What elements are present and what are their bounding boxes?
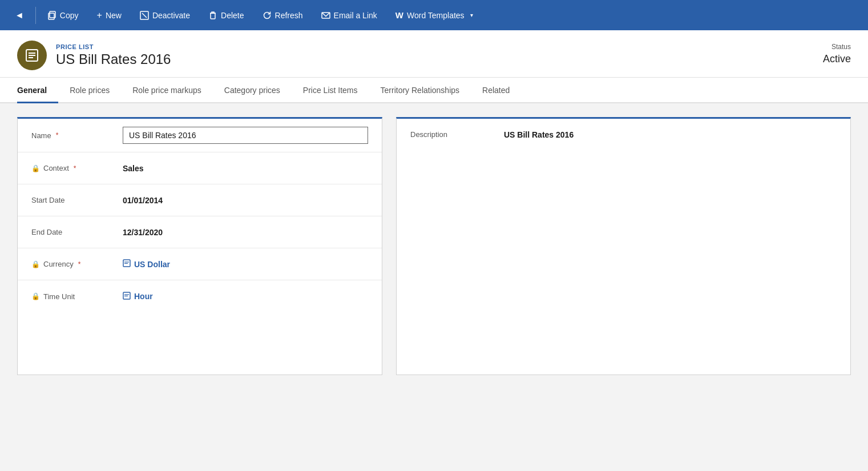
tab-price-list-items[interactable]: Price List Items [292, 78, 369, 103]
svg-rect-4 [211, 13, 215, 19]
toolbar-divider-1 [35, 7, 36, 24]
tab-role-prices[interactable]: Role prices [58, 78, 121, 103]
email-button[interactable]: Email a Link [312, 0, 386, 30]
start-date-row: Start Date 01/01/2014 [18, 184, 382, 216]
copy-label: Copy [60, 11, 79, 20]
entity-title: US Bill Rates 2016 [56, 51, 171, 67]
name-input[interactable] [123, 127, 368, 144]
tab-territory-relationships[interactable]: Territory Relationships [369, 78, 471, 103]
word-icon: W [395, 10, 403, 20]
name-row: Name * [18, 119, 382, 152]
delete-button[interactable]: Delete [199, 0, 253, 30]
header-right: Status Active [823, 41, 851, 65]
back-icon: ◄ [15, 10, 24, 21]
name-label: Name * [31, 131, 123, 140]
copy-button[interactable]: Copy [38, 0, 88, 30]
refresh-icon [263, 11, 272, 20]
tab-category-prices[interactable]: Category prices [213, 78, 292, 103]
new-button[interactable]: + New [88, 0, 131, 30]
context-row: 🔒 Context * Sales [18, 152, 382, 184]
header-left: PRICE LIST US Bill Rates 2016 [17, 41, 171, 70]
entity-icon [17, 41, 47, 70]
refresh-label: Refresh [275, 11, 303, 20]
new-label: New [106, 11, 122, 20]
new-icon: + [97, 10, 102, 21]
back-button[interactable]: ◄ [6, 0, 33, 30]
time-unit-lock-icon: 🔒 [31, 292, 40, 300]
currency-ref-icon [123, 259, 131, 269]
description-value: US Bill Rates 2016 [504, 130, 574, 139]
time-unit-row: 🔒 Time Unit Hour [18, 280, 382, 312]
word-dropdown-icon: ▾ [470, 12, 473, 18]
status-label: Status [823, 43, 851, 51]
description-label: Description [410, 130, 490, 139]
context-required: * [74, 164, 76, 172]
entity-info: PRICE LIST US Bill Rates 2016 [56, 43, 171, 67]
tabs-bar: General Role prices Role price markups C… [0, 78, 868, 103]
deactivate-button[interactable]: Deactivate [131, 0, 199, 30]
start-date-value: 01/01/2014 [123, 196, 368, 205]
currency-label: 🔒 Currency * [31, 260, 123, 268]
toolbar: ◄ Copy + New Deactivate Delete Refresh E… [0, 0, 868, 30]
delete-icon [208, 11, 217, 20]
end-date-row: End Date 12/31/2020 [18, 216, 382, 248]
context-label: 🔒 Context * [31, 164, 123, 172]
context-lock-icon: 🔒 [31, 164, 40, 172]
deactivate-icon [140, 11, 149, 20]
tab-general[interactable]: General [17, 78, 58, 103]
tab-related[interactable]: Related [471, 78, 521, 103]
name-required: * [56, 131, 59, 139]
time-unit-ref-icon [123, 292, 131, 301]
entity-type-label: PRICE LIST [56, 43, 171, 50]
form-panel: Name * 🔒 Context * Sales Start Date 01/0… [17, 117, 382, 375]
end-date-value: 12/31/2020 [123, 228, 368, 237]
description-panel: Description US Bill Rates 2016 [396, 117, 851, 375]
currency-lock-icon: 🔒 [31, 260, 40, 268]
email-icon [321, 11, 330, 20]
currency-row: 🔒 Currency * US Dollar [18, 248, 382, 280]
tab-role-price-markups[interactable]: Role price markups [121, 78, 213, 103]
currency-required: * [78, 260, 81, 268]
refresh-button[interactable]: Refresh [253, 0, 312, 30]
end-date-label: End Date [31, 228, 123, 236]
context-value: Sales [123, 164, 368, 173]
copy-icon [47, 11, 56, 20]
email-label: Email a Link [334, 11, 377, 20]
deactivate-label: Deactivate [152, 11, 190, 20]
time-unit-label: 🔒 Time Unit [31, 292, 123, 301]
word-templates-button[interactable]: W Word Templates ▾ [386, 0, 482, 30]
svg-line-3 [142, 13, 147, 18]
word-label: Word Templates [407, 11, 465, 20]
currency-value[interactable]: US Dollar [123, 259, 368, 269]
description-row: Description US Bill Rates 2016 [410, 130, 837, 139]
delete-label: Delete [221, 11, 244, 20]
time-unit-value[interactable]: Hour [123, 292, 368, 301]
start-date-label: Start Date [31, 196, 123, 204]
main-content: Name * 🔒 Context * Sales Start Date 01/0… [0, 103, 868, 389]
status-value: Active [823, 53, 851, 65]
header-area: PRICE LIST US Bill Rates 2016 Status Act… [0, 30, 868, 78]
